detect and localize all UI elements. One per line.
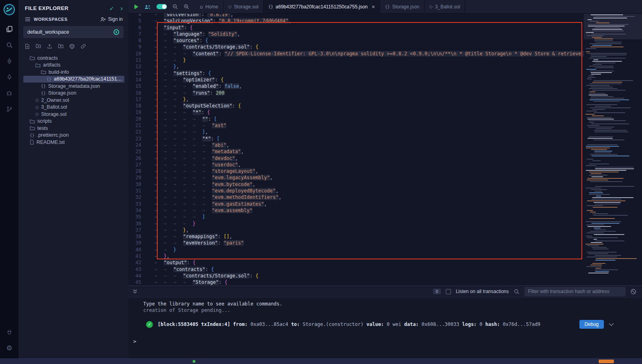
upload-folder-icon[interactable] [58,44,63,49]
tree-item-tests[interactable]: tests [23,125,124,132]
status-alert-chip[interactable] [599,360,614,363]
chevron-right-icon[interactable]: › [120,5,123,12]
tab-label: a69b43f277ba20fcac141151250ca755.json [276,4,368,10]
terminal-prompt[interactable]: > [133,338,642,344]
accept-check-icon[interactable]: ✓ [110,5,114,12]
sign-in-button[interactable]: Sign in [100,16,123,22]
tree-item-.prettierrc.json[interactable]: {}.prettierrc.json [23,132,124,139]
tree-item-label: tests [37,125,48,131]
tree-item-label: Storage.json [48,90,76,96]
tree-item-label: 3_Ballot.sol [41,104,67,110]
minimap-line [591,56,607,57]
minimap-line [586,146,619,147]
minimap-line [591,87,613,87]
line-number: 33 [128,201,148,207]
expand-terminal-icon[interactable] [132,289,138,294]
line-number: 10 [128,51,148,57]
debugger-icon[interactable] [0,85,18,101]
minimap-line [591,123,629,124]
tree-item-README.txt[interactable]: README.txt [23,139,124,146]
tx-expand-chevron-icon[interactable] [609,323,614,326]
settings-icon[interactable]: ⚙ [0,340,18,356]
minimap-line [595,271,609,272]
tree-item-Storage_metadata.json[interactable]: {}Storage_metadata.json [23,83,124,90]
plugin-manager-icon[interactable] [0,324,18,340]
minimap-line [587,159,593,160]
line-number: 43 [128,266,148,273]
code-line-28: 28→→→→→→"storageLayout", [128,168,584,174]
file-explorer-icon[interactable] [0,21,18,37]
tree-item-build-info[interactable]: build-info [23,69,124,76]
tab-a69b43f277ba20fcac141151250ca755.json[interactable]: {}a69b43f277ba20fcac141151250ca755.json× [264,0,380,13]
new-folder-icon[interactable] [36,44,41,49]
minimap-line [590,21,599,22]
solidity-file-icon: ◇ [429,4,433,9]
code-line-20: 20→→→→→"": [ [128,116,584,122]
code-line-30: 30→→→→→→"evm.bytecode", [128,181,584,188]
workspace-options-icon[interactable] [113,29,120,35]
line-number: 5 [128,18,148,24]
tab-Storage.sol[interactable]: ◇Storage.sol [223,0,264,13]
live-collab-users-icon[interactable] [144,4,151,9]
tab-Home[interactable]: ⌂Home [195,0,223,13]
tree-item-scripts[interactable]: scripts [23,118,124,125]
terminal-toolbar: 0 Listen on all transactions [128,286,642,297]
line-number: 12 [128,63,148,70]
tree-item-Storage.sol[interactable]: ◇Storage.sol [23,111,124,118]
debug-button[interactable]: Debug [579,320,604,329]
minimap-line [586,51,590,52]
solidity-file-icon: ◇ [35,105,39,110]
tab-Storage.json[interactable]: {}Storage.json [380,0,424,13]
code-line-39: 39→→→"evmVersion": "paris" [128,240,584,246]
zoom-out-icon[interactable] [172,4,178,10]
run-script-icon[interactable] [134,4,139,10]
tree-item-contracts[interactable]: contracts [23,55,124,62]
clear-console-icon[interactable] [630,289,636,295]
minimap-line [587,19,592,20]
code-line-12: 12→→}, [128,63,584,70]
line-number: 29 [128,174,148,181]
minimap-line [586,111,597,111]
upload-file-icon[interactable] [47,44,52,49]
transaction-filter-input[interactable] [524,287,626,296]
zoom-in-icon[interactable] [183,4,189,10]
git-icon[interactable] [0,101,18,117]
code-line-14: 14→→→"optimizer": { [128,77,584,83]
cube-icon[interactable] [69,44,75,49]
link-icon[interactable] [81,44,86,49]
solidity-compiler-icon[interactable] [0,53,18,69]
code-line-22: 22→→→→→], [128,129,584,135]
listen-all-transactions-checkbox[interactable] [446,289,451,294]
minimap-line [592,82,622,83]
minimap-line [586,236,592,237]
editor-toggle[interactable] [156,4,167,9]
minimap-line [592,90,626,91]
minimap[interactable] [584,14,642,285]
terminal-search-icon[interactable] [514,289,520,295]
search-icon[interactable] [0,37,18,53]
tree-item-artifacts[interactable]: artifacts [23,62,124,69]
minimap-line [591,96,614,97]
minimap-line [590,55,626,55]
workspace-selector[interactable]: default_workspace [23,26,124,38]
tree-item-a69b43f277ba20fcac141151250ca7...[interactable]: {}a69b43f277ba20fcac141151250ca7... [23,76,124,83]
close-tab-icon[interactable]: × [372,4,375,10]
code-line-31: 31→→→→→→"evm.deployedBytecode", [128,188,584,194]
minimap-line [592,37,602,38]
terminal-help-line: Type the library name to see available c… [143,301,642,307]
code-line-8: 8→→"sources": { [128,37,584,44]
code-line-44: 44→→→"contracts/Storage.sol": { [128,273,584,279]
deploy-run-icon[interactable] [0,69,18,85]
line-number: 23 [128,135,148,142]
code-line-34: 34→→→→→→"evm.assembly" [128,207,584,214]
tree-item-3_Ballot.sol[interactable]: ◇3_Ballot.sol [23,104,124,111]
minimap-line [592,61,622,62]
new-file-icon[interactable] [25,44,30,49]
tab-3_Ballot.sol[interactable]: ◇3_Ballot.sol [425,0,465,13]
code-editor[interactable]: 4→"solcVersion": "0.8.19",5→"solcLongVer… [128,14,642,285]
hamburger-menu-icon[interactable] [25,17,30,22]
tree-item-Storage.json[interactable]: {}Storage.json [23,90,124,97]
transaction-log-row[interactable]: ✓ [block:5583405 txIndex:4] from: 0xa03.… [146,320,642,329]
code-line-40: 40→→} [128,247,584,253]
tree-item-2_Owner.sol[interactable]: ◇2_Owner.sol [23,97,124,104]
